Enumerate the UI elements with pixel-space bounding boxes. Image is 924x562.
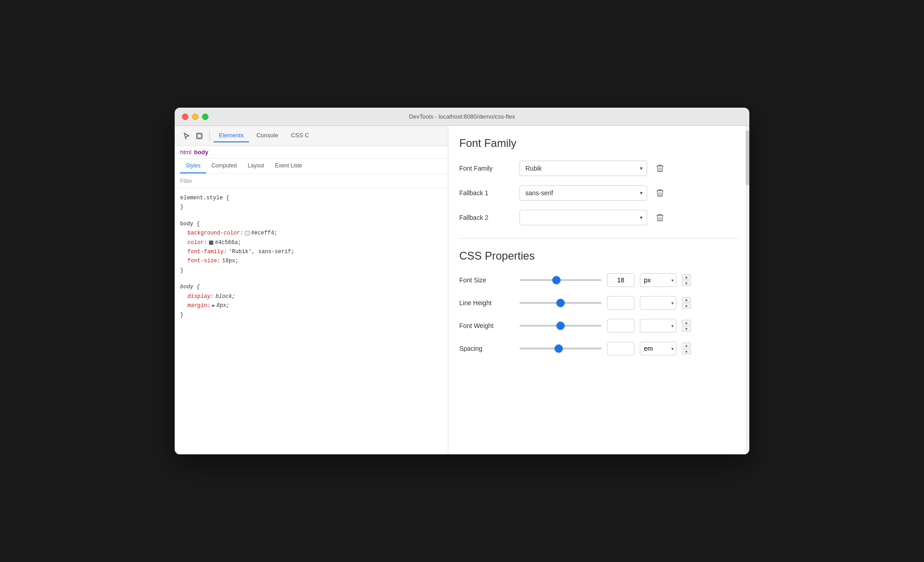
breadcrumb: html body [175, 146, 448, 159]
spacing-increment[interactable]: ▲ [682, 343, 691, 348]
spacing-stepper: ▲ ▼ [682, 343, 691, 354]
css-selector: body { [180, 221, 200, 227]
font-weight-slider[interactable] [519, 321, 602, 330]
font-size-stepper: ▲ ▼ [682, 274, 691, 286]
font-size-input[interactable] [607, 273, 634, 287]
slider-track [519, 279, 602, 281]
line-height-unit-wrapper: px em ▾ [640, 296, 676, 310]
css-properties-title: CSS Properties [459, 250, 738, 262]
line-height-decrement[interactable]: ▼ [682, 303, 691, 309]
fallback2-select-wrapper: sans-serif serif ▾ [519, 210, 647, 225]
line-height-unit-select[interactable]: px em [640, 296, 676, 310]
minimize-button[interactable] [192, 114, 198, 120]
main-tabs: Elements Console CSS C [213, 129, 315, 142]
filter-bar [175, 174, 448, 188]
window-title: DevTools - localhost:8080/demo/css-flex [409, 113, 515, 120]
svg-rect-1 [197, 134, 201, 138]
line-height-slider[interactable] [519, 298, 602, 307]
css-code-panel: element.style { } body { background-colo… [175, 188, 448, 454]
css-property-line: color: #4c566a; [180, 238, 442, 247]
css-selector: element.style { [180, 195, 229, 201]
font-family-select-wrapper: Rubik Arial Georgia ▾ [519, 161, 647, 176]
css-property-line: margin: ▶ 8px; [180, 301, 442, 310]
breadcrumb-html[interactable]: html [180, 149, 192, 156]
maximize-button[interactable] [202, 114, 208, 120]
spacing-decrement[interactable]: ▼ [682, 349, 691, 354]
sub-tab-styles[interactable]: Styles [180, 159, 206, 173]
delete-fallback1-button[interactable] [653, 186, 667, 200]
scrollbar[interactable] [746, 126, 749, 454]
css-selector: body { [180, 284, 200, 290]
triangle-icon: ▶ [212, 302, 215, 310]
css-rule-body-2: body { display: block; margin: ▶ 8px; } [180, 282, 442, 320]
spacing-unit-select[interactable]: em px rem [640, 342, 676, 355]
tab-divider [209, 130, 210, 141]
line-height-increment[interactable]: ▲ [682, 297, 691, 302]
scrollbar-thumb[interactable] [746, 130, 749, 185]
tab-console[interactable]: Console [251, 129, 284, 142]
tab-elements[interactable]: Elements [213, 129, 249, 142]
line-height-label: Line Height [459, 299, 514, 307]
tab-css[interactable]: CSS C [286, 129, 315, 142]
sub-tab-computed[interactable]: Computed [206, 159, 242, 173]
delete-font-family-button[interactable] [653, 161, 667, 176]
spacing-row: Spacing em px rem ▾ ▲ ▼ [459, 342, 738, 355]
font-family-label: Font Family [459, 165, 514, 172]
font-size-decrement[interactable]: ▼ [682, 281, 691, 286]
breadcrumb-body[interactable]: body [194, 149, 208, 156]
filter-input[interactable] [180, 178, 442, 184]
css-property-line: font-family: 'Rubik', sans-serif; [180, 247, 442, 256]
devtools-window: DevTools - localhost:8080/demo/css-flex [175, 108, 749, 454]
left-panel: Elements Console CSS C html body Styles … [175, 126, 448, 454]
font-weight-label: Font Weight [459, 322, 514, 329]
line-height-input[interactable] [607, 296, 634, 310]
slider-thumb[interactable] [555, 344, 563, 353]
font-weight-unit-wrapper: 100 400 700 ▾ [640, 319, 676, 333]
color-swatch-bg [245, 231, 249, 235]
slider-thumb[interactable] [556, 322, 565, 330]
font-size-unit-select[interactable]: px em rem [640, 273, 676, 287]
font-weight-input[interactable] [607, 319, 634, 333]
font-family-select[interactable]: Rubik Arial Georgia [519, 161, 647, 176]
devtools-body: Elements Console CSS C html body Styles … [175, 126, 749, 454]
delete-fallback2-button[interactable] [653, 210, 667, 225]
fallback2-label: Fallback 2 [459, 214, 514, 221]
sub-tabs: Styles Computed Layout Event Liste [175, 159, 448, 174]
spacing-input[interactable] [607, 342, 634, 355]
font-size-increment[interactable]: ▲ [682, 274, 691, 280]
css-rule-element-style: element.style { } [180, 193, 442, 212]
fallback2-select[interactable]: sans-serif serif [519, 210, 647, 225]
font-weight-stepper: ▲ ▼ [682, 320, 691, 332]
spacing-label: Spacing [459, 345, 514, 352]
cursor-icon[interactable] [180, 130, 193, 142]
sub-tab-layout[interactable]: Layout [242, 159, 270, 173]
slider-track [519, 325, 602, 327]
line-height-stepper: ▲ ▼ [682, 297, 691, 309]
slider-thumb[interactable] [556, 299, 565, 307]
css-property-line: display: block; [180, 292, 442, 301]
layers-icon[interactable] [193, 130, 206, 142]
sub-tab-event-listeners[interactable]: Event Liste [270, 159, 307, 173]
section-divider [459, 238, 738, 239]
css-property-line: background-color: #eceff4; [180, 229, 442, 238]
fallback1-row: Fallback 1 sans-serif serif monospace ▾ [459, 185, 738, 201]
slider-thumb[interactable] [552, 276, 561, 284]
main-tab-bar: Elements Console CSS C [175, 126, 448, 146]
fallback2-row: Fallback 2 sans-serif serif ▾ [459, 210, 738, 225]
font-size-row: Font Size px em rem ▾ ▲ [459, 273, 738, 287]
css-property-line: font-size: 18px; [180, 256, 442, 265]
close-button[interactable] [182, 114, 188, 120]
spacing-slider[interactable] [519, 344, 602, 353]
font-weight-decrement[interactable]: ▼ [682, 326, 691, 332]
font-weight-unit-select[interactable]: 100 400 700 [640, 319, 676, 333]
slider-track [519, 348, 602, 349]
slider-track [519, 302, 602, 304]
font-size-slider[interactable] [519, 276, 602, 285]
line-height-row: Line Height px em ▾ ▲ [459, 296, 738, 310]
fallback1-select[interactable]: sans-serif serif monospace [519, 185, 647, 201]
font-size-unit-wrapper: px em rem ▾ [640, 273, 676, 287]
font-weight-increment[interactable]: ▲ [682, 320, 691, 325]
font-family-row: Font Family Rubik Arial Georgia ▾ [459, 161, 738, 176]
titlebar: DevTools - localhost:8080/demo/css-flex [175, 108, 749, 126]
right-panel: Font Family Font Family Rubik Arial Geor… [448, 126, 749, 454]
